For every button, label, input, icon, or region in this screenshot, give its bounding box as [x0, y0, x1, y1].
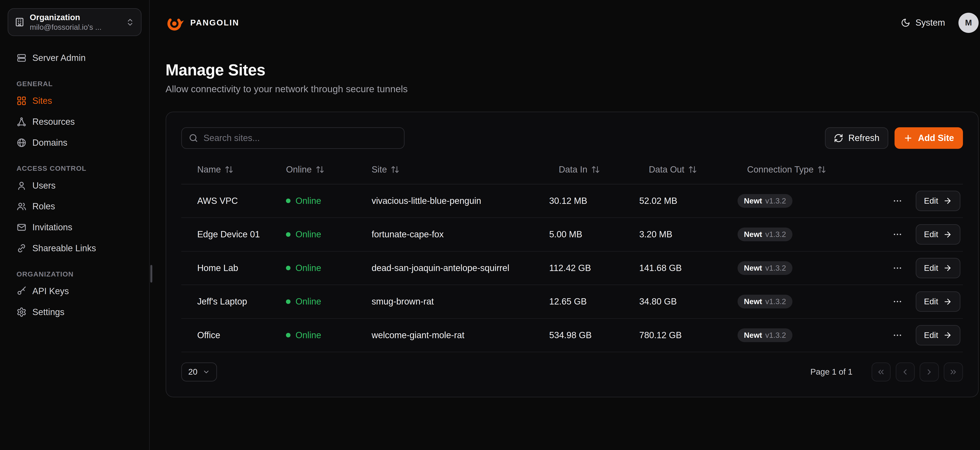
sidebar-item-api-keys[interactable]: API Keys — [8, 280, 142, 301]
chevrons-right-icon — [949, 368, 958, 376]
main-area: PANGOLIN System M Manage Sites Allow con… — [150, 0, 980, 450]
next-page-button[interactable] — [920, 363, 939, 382]
edit-button[interactable]: Edit — [916, 224, 960, 245]
sidebar-item-settings[interactable]: Settings — [8, 301, 142, 323]
online-dot-icon — [286, 198, 291, 203]
toolbar-buttons: Refresh Add Site — [825, 127, 963, 149]
row-menu-button[interactable] — [889, 327, 905, 344]
column-header-site[interactable]: Site — [372, 165, 549, 175]
page-size-select[interactable]: 20 — [181, 363, 217, 382]
connection-badge: Newtv1.3.2 — [738, 261, 792, 275]
column-label: Name — [197, 165, 221, 175]
connection-badge: Newtv1.3.2 — [738, 328, 792, 342]
online-dot-icon — [286, 333, 291, 338]
sidebar: Organization milo@fossorial.io's ... Ser… — [0, 0, 150, 450]
online-dot-icon — [286, 232, 291, 237]
mail-icon — [16, 222, 27, 233]
row-menu-button[interactable] — [889, 193, 905, 209]
pagination-controls: Page 1 of 1 — [810, 363, 963, 382]
sidebar-item-label: Resources — [32, 117, 75, 127]
theme-label: System — [915, 17, 945, 28]
sidebar-item-shareable-links[interactable]: Shareable Links — [8, 238, 142, 259]
site-slug: smug-brown-rat — [372, 296, 549, 307]
page-subtitle: Allow connectivity to your network throu… — [165, 83, 979, 94]
sidebar-item-label: Server Admin — [32, 53, 86, 63]
sidebar-item-label: Settings — [32, 307, 65, 317]
site-name: Jeff's Laptop — [197, 296, 286, 307]
add-site-label: Add Site — [918, 133, 954, 143]
row-actions: Edit — [887, 325, 960, 345]
page-indicator: Page 1 of 1 — [810, 367, 853, 377]
sidebar-item-roles[interactable]: Roles — [8, 196, 142, 217]
edit-button[interactable]: Edit — [916, 258, 960, 278]
first-page-button[interactable] — [872, 363, 891, 382]
edit-button[interactable]: Edit — [916, 191, 960, 211]
row-menu-button[interactable] — [889, 293, 905, 310]
server-icon — [16, 53, 27, 63]
sidebar-item-domains[interactable]: Domains — [8, 132, 142, 153]
edit-label: Edit — [924, 230, 938, 239]
search-input[interactable] — [181, 127, 404, 149]
data-in-value: 5.00 MB — [549, 229, 640, 239]
brand-logo[interactable]: PANGOLIN — [165, 13, 239, 32]
online-status: Online — [286, 263, 372, 273]
page-title: Manage Sites — [165, 61, 979, 79]
edit-button[interactable]: Edit — [916, 325, 960, 345]
edit-button[interactable]: Edit — [916, 292, 960, 312]
online-status: Online — [286, 196, 372, 206]
column-header-name[interactable]: Name — [197, 165, 286, 175]
online-status: Online — [286, 229, 372, 239]
chevron-left-icon — [900, 368, 910, 376]
edit-label: Edit — [924, 263, 938, 273]
connection-version: v1.3.2 — [765, 230, 786, 239]
org-selector[interactable]: Organization milo@fossorial.io's ... — [8, 8, 142, 36]
column-label: Connection Type — [747, 165, 814, 175]
last-page-button[interactable] — [944, 363, 963, 382]
data-out-value: 34.80 GB — [640, 296, 738, 307]
topbar: PANGOLIN System M — [150, 0, 980, 46]
sidebar-item-resources[interactable]: Resources — [8, 111, 142, 132]
sidebar-item-users[interactable]: Users — [8, 175, 142, 196]
user-avatar[interactable]: M — [958, 13, 979, 33]
sort-icon — [315, 165, 325, 174]
column-header-data-in[interactable]: Data In — [549, 165, 640, 175]
sidebar-item-invitations[interactable]: Invitations — [8, 217, 142, 238]
connection-version: v1.3.2 — [765, 297, 786, 306]
theme-toggle-button[interactable]: System — [901, 17, 945, 28]
edit-label: Edit — [924, 196, 938, 206]
row-menu-button[interactable] — [889, 260, 905, 276]
previous-page-button[interactable] — [896, 363, 915, 382]
sidebar-item-label: Users — [32, 181, 56, 191]
sort-icon — [817, 165, 826, 174]
column-header-connection-type[interactable]: Connection Type — [738, 165, 886, 175]
sites-card: Refresh Add Site Name Online — [165, 112, 979, 397]
online-label: Online — [296, 229, 321, 239]
row-actions: Edit — [887, 191, 960, 211]
ellipsis-icon — [892, 229, 902, 239]
column-header-data-out[interactable]: Data Out — [640, 165, 738, 175]
section-title-access-control: ACCESS CONTROL — [16, 165, 142, 173]
section-title-general: GENERAL — [16, 80, 142, 88]
site-name: Office — [197, 330, 286, 340]
key-icon — [16, 286, 27, 296]
site-name: AWS VPC — [197, 196, 286, 206]
data-out-value: 52.02 MB — [640, 196, 738, 206]
add-site-button[interactable]: Add Site — [894, 127, 963, 149]
refresh-button[interactable]: Refresh — [825, 127, 888, 149]
column-header-online[interactable]: Online — [286, 165, 372, 175]
sidebar-item-server-admin[interactable]: Server Admin — [8, 48, 142, 68]
data-in-value: 30.12 MB — [549, 196, 640, 206]
org-texts: Organization milo@fossorial.io's ... — [30, 12, 102, 32]
table-row: Home Lab Online dead-san-joaquin-antelop… — [181, 252, 963, 285]
column-label: Online — [286, 165, 312, 175]
row-menu-button[interactable] — [889, 226, 905, 242]
sidebar-item-sites[interactable]: Sites — [8, 90, 142, 111]
data-out-value: 3.20 MB — [640, 229, 738, 239]
connection-client: Newt — [744, 264, 762, 273]
online-label: Online — [296, 263, 321, 273]
connection-version: v1.3.2 — [765, 196, 786, 205]
search-wrap — [181, 127, 404, 149]
arrow-right-icon — [943, 331, 952, 339]
connection-type-cell: Newtv1.3.2 — [738, 295, 886, 308]
pangolin-logo-icon — [165, 13, 185, 32]
